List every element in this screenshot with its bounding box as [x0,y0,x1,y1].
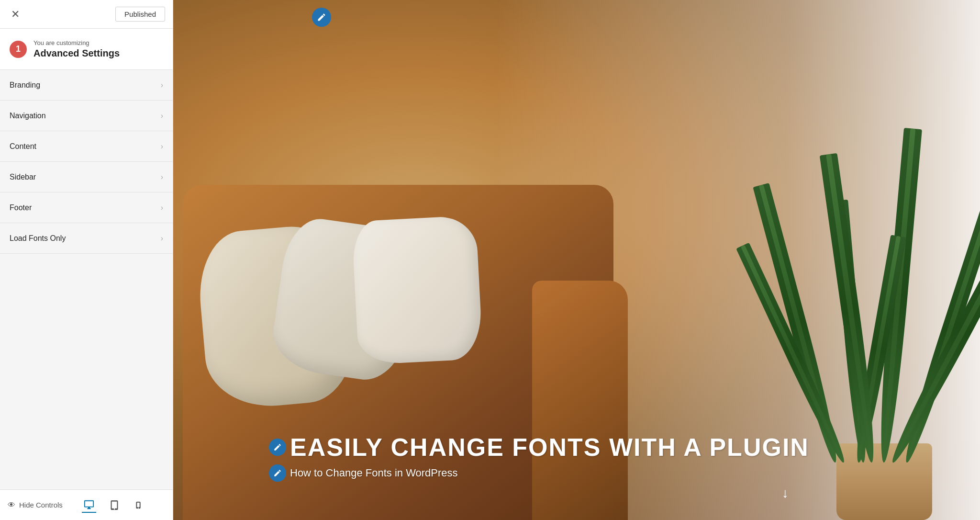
preview-overlay: EASILY CHANGE FONTS WITH A PLUGIN How to… [269,433,809,482]
menu-item-label-load-fonts-only: Load Fonts Only [10,234,66,243]
published-label: Published [124,10,156,18]
mobile-icon [134,500,142,510]
chevron-right-icon-footer: › [161,203,163,212]
couch-arm-right [532,281,628,520]
preview-area: EASILY CHANGE FONTS WITH A PLUGIN How to… [173,0,980,520]
chevron-right-icon-navigation: › [161,112,163,120]
step-number: 1 [16,44,21,54]
menu-item-load-fonts-only[interactable]: Load Fonts Only › [0,223,173,254]
menu-item-content[interactable]: Content › [0,131,173,162]
preview-scene: EASILY CHANGE FONTS WITH A PLUGIN How to… [173,0,980,520]
overlay-subtitle-wrapper: How to Change Fonts in WordPress [269,464,809,482]
top-edit-button[interactable] [312,8,331,27]
menu-item-navigation[interactable]: Navigation › [0,101,173,131]
customizing-label: You are customizing [33,39,120,46]
bottom-bar: 👁 Hide Controls [0,489,173,520]
menu-list: Branding › Navigation › Content › Sideba… [0,70,173,489]
close-button[interactable]: ✕ [8,7,23,22]
desktop-view-button[interactable] [82,497,96,513]
scroll-down-arrow: ↓ [782,486,789,501]
desktop-icon [84,499,94,510]
tablet-icon [110,500,119,510]
hide-controls-label: Hide Controls [19,501,63,509]
chevron-right-icon-branding: › [161,81,163,90]
chevron-right-icon-sidebar: › [161,173,163,181]
menu-item-label-navigation: Navigation [10,112,46,120]
menu-item-label-branding: Branding [10,81,40,90]
plant-leaves [769,79,961,463]
close-icon: ✕ [11,8,20,21]
sidebar: ✕ Published 1 You are customizing Advanc… [0,0,173,520]
menu-item-label-sidebar: Sidebar [10,173,36,181]
overlay-title-text: EASILY CHANGE FONTS WITH A PLUGIN [290,433,809,462]
tablet-view-button[interactable] [108,498,121,512]
overlay-subtitle-text: How to Change Fonts in WordPress [290,467,458,479]
chevron-right-icon-content: › [161,142,163,151]
published-button[interactable]: Published [115,7,165,22]
chevron-right-icon-load-fonts-only: › [161,234,163,243]
mobile-view-button[interactable] [133,498,144,512]
menu-item-label-footer: Footer [10,203,32,212]
menu-item-label-content: Content [10,142,36,151]
subtitle-edit-button[interactable] [269,464,286,482]
pencil-icon-title [273,443,282,452]
pencil-icon-subtitle [273,469,282,477]
eye-icon: 👁 [8,501,15,509]
overlay-title-wrapper: EASILY CHANGE FONTS WITH A PLUGIN [269,433,809,462]
customizing-text: You are customizing Advanced Settings [33,39,120,59]
customizing-header: 1 You are customizing Advanced Settings [0,29,173,70]
menu-item-branding[interactable]: Branding › [0,70,173,101]
pillow-3 [351,215,483,365]
pencil-icon-top [317,12,326,22]
menu-item-sidebar[interactable]: Sidebar › [0,162,173,192]
title-edit-button[interactable] [269,439,286,456]
settings-title: Advanced Settings [33,48,120,59]
top-bar: ✕ Published [0,0,173,29]
step-badge: 1 [10,41,27,58]
hide-controls-button[interactable]: 👁 Hide Controls [8,501,63,509]
menu-item-footer[interactable]: Footer › [0,192,173,223]
